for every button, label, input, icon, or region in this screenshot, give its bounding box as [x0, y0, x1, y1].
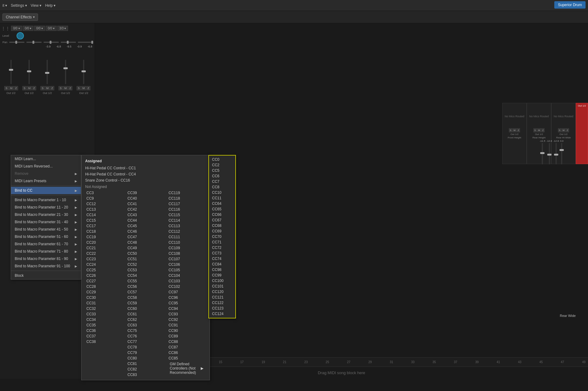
cc-item-CC75[interactable]: CC75 — [125, 328, 166, 333]
menu-view[interactable]: View ▾ — [31, 3, 41, 8]
cc-right-item-CC122[interactable]: CC122 — [209, 300, 235, 306]
assigned-item-1[interactable]: Hi-Hat Pedal CC Control - CC1 — [82, 165, 210, 171]
cc-right-item-CC74[interactable]: CC74 — [209, 256, 235, 261]
menu-bind-macro-51-60[interactable]: Bind to Macro Parameter 51 - 60 ▶ — [11, 233, 81, 240]
cc-item-CC42[interactable]: CC42 — [125, 207, 166, 212]
menu-bind-macro-21-30[interactable]: Bind to Macro Parameter 21 - 30 ▶ — [11, 211, 81, 218]
cc-item-CC12[interactable]: CC12 — [84, 201, 125, 207]
cc-item-CC32[interactable]: CC32 — [84, 306, 125, 311]
menu-bind-macro-11-20[interactable]: Bind to Macro Parameter 11 - 20 ▶ — [11, 204, 81, 211]
cc-item-CC111[interactable]: CC111 — [166, 234, 207, 240]
cc-item-CC89[interactable]: CC89 — [166, 333, 207, 339]
cc-item-CC31[interactable]: CC31 — [84, 300, 125, 306]
cc-right-item-CC100[interactable]: CC100 — [209, 278, 235, 284]
cc-right-item-CC0[interactable]: CC0 — [209, 157, 235, 162]
cc-right-item-CC64[interactable]: CC64 — [209, 201, 235, 206]
cc-item-CC96[interactable]: CC96 — [166, 295, 207, 300]
cc-right-item-CC2[interactable]: CC2 — [209, 162, 235, 168]
cc-item-CC3[interactable]: CC3 — [84, 190, 125, 196]
cc-item-CC110[interactable]: CC110 — [166, 240, 207, 245]
menu-block[interactable]: Block — [11, 272, 81, 279]
cc-item-CC103[interactable]: CC103 — [166, 278, 207, 284]
cc-item-CC80[interactable]: CC80 — [125, 355, 166, 361]
menu-settings[interactable]: Settings ▾ — [11, 3, 27, 8]
cc-item-CC117[interactable]: CC117 — [166, 201, 207, 207]
cc-item-CC106[interactable]: CC106 — [166, 262, 207, 267]
cc-right-item-CC121[interactable]: CC121 — [209, 295, 235, 300]
menu-it[interactable]: it ▾ — [2, 3, 7, 8]
menu-bind-macro-81-90[interactable]: Bind to Macro Parameter 81 - 90 ▶ — [11, 255, 81, 262]
menu-bind-to-cc[interactable]: Bind to CC ▶ — [11, 187, 81, 194]
cc-right-item-CC65[interactable]: CC65 — [209, 206, 235, 212]
cc-item-CC26[interactable]: CC26 — [84, 273, 125, 278]
cc-item-CC34[interactable]: CC34 — [84, 317, 125, 322]
cc-item-CC9[interactable]: CC9 — [84, 196, 125, 201]
cc-right-item-CC70[interactable]: CC70 — [209, 234, 235, 239]
cc-item-CC108[interactable]: CC108 — [166, 251, 207, 256]
cc-item-CC19[interactable]: CC19 — [84, 234, 125, 240]
cc-item-CC79[interactable]: CC79 — [125, 350, 166, 355]
cc-item-CC115[interactable]: CC115 — [166, 212, 207, 218]
cc-item-CC85[interactable]: CC85 — [166, 355, 207, 361]
cc-item-CC25[interactable]: CC25 — [84, 267, 125, 273]
cc-item-CC40[interactable]: CC40 — [125, 196, 166, 201]
cc-right-item-CC10[interactable]: CC10 — [209, 190, 235, 195]
cc-item-CC48[interactable]: CC48 — [125, 240, 166, 245]
menu-bind-macro-41-50[interactable]: Bind to Macro Parameter 41 - 50 ▶ — [11, 226, 81, 233]
cc-item-CC20[interactable]: CC20 — [84, 240, 125, 245]
cc-item-CC88[interactable]: CC88 — [166, 339, 207, 344]
menu-help[interactable]: Help ▾ — [45, 3, 55, 8]
cc-item-CC41[interactable]: CC41 — [125, 201, 166, 207]
cc-item-CC94[interactable]: CC94 — [166, 306, 207, 311]
cc-item-CC93[interactable]: CC93 — [166, 311, 207, 317]
cc-item-CC47[interactable]: CC47 — [125, 234, 166, 240]
cc-item-CC24[interactable]: CC24 — [84, 262, 125, 267]
cc-right-item-CC67[interactable]: CC67 — [209, 217, 235, 223]
cc-right-item-CC69[interactable]: CC69 — [209, 228, 235, 234]
cc-item-CC13[interactable]: CC13 — [84, 207, 125, 212]
cc-item-CC28[interactable]: CC28 — [84, 284, 125, 289]
cc-item-CC43[interactable]: CC43 — [125, 212, 166, 218]
cc-item-CC36[interactable]: CC36 — [84, 328, 125, 333]
cc-item-CC82[interactable]: CC82 — [125, 367, 166, 372]
cc-right-item-CC73[interactable]: CC73 — [209, 250, 235, 256]
cc-right-item-CC71[interactable]: CC71 — [209, 239, 235, 245]
cc-right-item-CC68[interactable]: CC68 — [209, 223, 235, 228]
cc-item-CC54[interactable]: CC54 — [125, 273, 166, 278]
cc-item-CC27[interactable]: CC27 — [84, 278, 125, 284]
cc-item-CC90[interactable]: CC90 — [166, 328, 207, 333]
cc-right-item-CC5[interactable]: CC5 — [209, 168, 235, 173]
cc-right-item-CC8[interactable]: CC8 — [209, 184, 235, 190]
menu-midi-learn-reversed[interactable]: MIDI Learn Reversed... — [11, 163, 81, 170]
cc-item-CC33[interactable]: CC33 — [84, 311, 125, 317]
cc-item-CC83[interactable]: CC83 — [125, 372, 166, 378]
cc-item-CC29[interactable]: CC29 — [84, 289, 125, 295]
cc-right-item-CC84[interactable]: CC84 — [209, 261, 235, 267]
cc-item-CC57[interactable]: CC57 — [125, 289, 166, 295]
cc-item-CC14[interactable]: CC14 — [84, 212, 125, 218]
cc-item-CC51[interactable]: CC51 — [125, 256, 166, 262]
cc-item-CC116[interactable]: CC116 — [166, 207, 207, 212]
cc-item-CC56[interactable]: CC56 — [125, 284, 166, 289]
cc-item-CC46[interactable]: CC46 — [125, 229, 166, 234]
cc-item-CC45[interactable]: CC45 — [125, 223, 166, 229]
cc-item-CC37[interactable]: CC37 — [84, 333, 125, 339]
cc-item-CC21[interactable]: CC21 — [84, 245, 125, 251]
cc-item-CC91[interactable]: CC91 — [166, 322, 207, 328]
cc-right-item-CC120[interactable]: CC120 — [209, 289, 235, 295]
menu-remove[interactable]: Remove ▶ — [11, 170, 81, 177]
cc-right-item-CC72[interactable]: CC72 — [209, 245, 235, 250]
cc-item-CC17[interactable]: CC17 — [84, 223, 125, 229]
cc-item-CC76[interactable]: CC76 — [125, 333, 166, 339]
cc-item-CC38[interactable]: CC38 — [84, 339, 125, 344]
cc-item-CC15[interactable]: CC15 — [84, 218, 125, 223]
menu-bind-macro-71-80[interactable]: Bind to Macro Parameter 71 - 80 ▶ — [11, 248, 81, 255]
cc-item-CC86[interactable]: CC86 — [166, 350, 207, 355]
cc-item-CC105[interactable]: CC105 — [166, 267, 207, 273]
cc-right-item-CC101[interactable]: CC101 — [209, 284, 235, 289]
assigned-item-2[interactable]: Hi-Hat Pedal CC Control - CC4 — [82, 171, 210, 177]
cc-item-CC22[interactable]: CC22 — [84, 251, 125, 256]
cc-item-CC109[interactable]: CC109 — [166, 245, 207, 251]
superior-drummer-button[interactable]: Superior Drum — [554, 1, 586, 9]
assigned-item-3[interactable]: Snare Zone Control - CC16 — [82, 177, 210, 183]
